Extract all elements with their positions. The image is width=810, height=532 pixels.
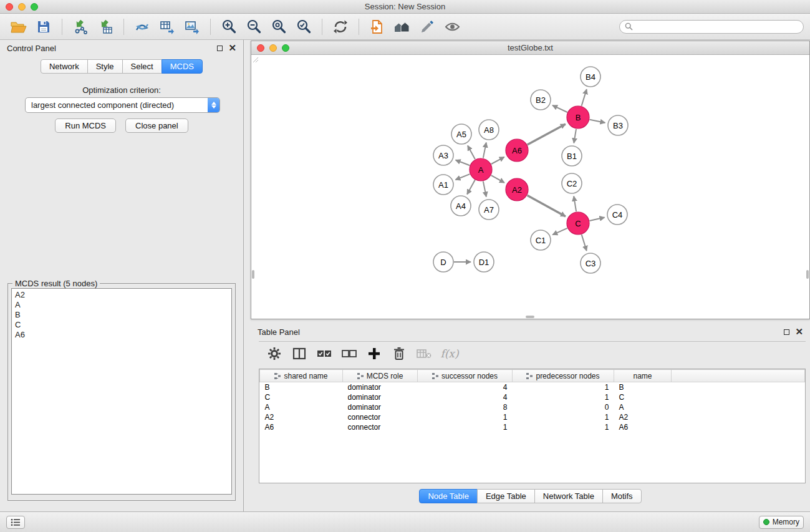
column-header-predecessor-nodes[interactable]: predecessor nodes	[513, 370, 614, 382]
refresh-button[interactable]	[328, 17, 353, 37]
run-mcds-button[interactable]: Run MCDS	[55, 118, 116, 133]
graph-node-C4[interactable]: C4	[607, 205, 627, 225]
mcds-result-item[interactable]: A6	[15, 330, 228, 340]
column-header-shared-name[interactable]: shared name	[260, 370, 343, 382]
graph-node-A8[interactable]: A8	[479, 120, 499, 140]
tab-edge-table[interactable]: Edge Table	[477, 489, 535, 503]
graph-edge-A-A1[interactable]	[456, 174, 470, 180]
table-cell[interactable]: connector	[343, 422, 418, 432]
graph-edge-B-B4[interactable]	[582, 89, 587, 106]
graph-node-C2[interactable]: C2	[562, 173, 582, 193]
save-session-button[interactable]	[31, 17, 56, 37]
table-cell[interactable]: 0	[513, 402, 614, 412]
graph-node-A3[interactable]: A3	[433, 145, 453, 165]
graph-edge-C-C2[interactable]	[574, 196, 576, 212]
table-cell[interactable]: C	[260, 392, 343, 402]
vertical-scrollbar[interactable]	[806, 270, 809, 279]
graph-node-A4[interactable]: A4	[451, 196, 471, 216]
column-header-successor-nodes[interactable]: successor nodes	[418, 370, 513, 382]
zoom-out-button[interactable]	[241, 17, 266, 37]
new-network-button[interactable]	[130, 17, 155, 37]
mcds-result-list[interactable]: A2ABCA6	[11, 288, 232, 495]
table-cell[interactable]: 1	[418, 422, 513, 432]
graph-edge-A-A6[interactable]	[491, 157, 504, 164]
network-graph[interactable]: B4B2BB3A5A8A6A3B1AC2A1A2A4A7C4CC1DD1C3	[251, 56, 809, 319]
graph-edge-C-C1[interactable]	[552, 228, 567, 235]
tab-mcds[interactable]: MCDS	[162, 59, 203, 74]
graph-node-D1[interactable]: D1	[474, 252, 494, 272]
close-panel-button[interactable]: Close panel	[125, 118, 188, 133]
import-table-button[interactable]	[93, 17, 118, 37]
zoom-fit-button[interactable]	[266, 17, 291, 37]
mcds-result-item[interactable]: A2	[15, 290, 228, 300]
search-input[interactable]	[636, 22, 798, 31]
graph-node-A5[interactable]: A5	[451, 124, 471, 144]
import-network-button[interactable]	[68, 17, 93, 37]
table-cell[interactable]: 4	[418, 382, 513, 392]
graph-edge-A6-B[interactable]	[528, 124, 566, 145]
delete-column-button[interactable]	[388, 344, 410, 363]
table-cell[interactable]: 1	[418, 412, 513, 422]
network-canvas[interactable]: B4B2BB3A5A8A6A3B1AC2A1A2A4A7C4CC1DD1C3	[251, 56, 809, 319]
table-cell[interactable]: connector	[343, 412, 418, 422]
mcds-result-item[interactable]: A	[15, 300, 228, 310]
graph-edge-B-B2[interactable]	[552, 105, 567, 112]
graph-node-C3[interactable]: C3	[581, 253, 600, 273]
table-cell[interactable]: A	[260, 402, 343, 412]
table-cell[interactable]: 4	[418, 392, 513, 402]
graph-edge-A-A5[interactable]	[468, 145, 475, 159]
close-panel-icon[interactable]: ✕	[795, 329, 803, 335]
float-panel-icon[interactable]	[217, 46, 223, 51]
export-image-button[interactable]	[180, 17, 205, 37]
graph-node-B[interactable]: B	[567, 106, 589, 128]
memory-button[interactable]: Memory	[759, 516, 804, 529]
tab-motifs[interactable]: Motifs	[602, 489, 642, 503]
tab-node-table[interactable]: Node Table	[419, 489, 478, 503]
new-table-button[interactable]	[155, 17, 180, 37]
table-cell[interactable]: A6	[614, 422, 672, 432]
table-cell[interactable]: dominator	[343, 402, 418, 412]
graph-edge-A-A8[interactable]	[483, 143, 486, 158]
dropdown-stepper[interactable]	[208, 98, 219, 112]
horizontal-scrollbar[interactable]	[526, 316, 534, 318]
table-cell[interactable]: 1	[513, 392, 614, 402]
graph-edge-B-B3[interactable]	[590, 120, 605, 123]
table-row[interactable]: Adominator80A	[260, 402, 805, 412]
graph-node-B2[interactable]: B2	[531, 90, 551, 110]
table-row[interactable]: Bdominator41B	[260, 382, 805, 392]
optimization-criterion-dropdown[interactable]: largest connected component (directed)	[25, 97, 220, 113]
table-row[interactable]: A6connector11A6	[260, 422, 805, 432]
table-cell[interactable]: 1	[513, 382, 614, 392]
graph-edge-C-C3[interactable]	[582, 235, 587, 251]
graph-node-A[interactable]: A	[470, 158, 492, 181]
graph-edge-A2-C[interactable]	[528, 195, 566, 216]
tab-select[interactable]: Select	[122, 59, 162, 74]
show-panels-button[interactable]	[6, 516, 25, 529]
table-cell[interactable]: A2	[260, 412, 343, 422]
table-cell[interactable]: B	[260, 382, 343, 392]
float-panel-icon[interactable]	[784, 329, 789, 335]
graph-edge-A-A3[interactable]	[456, 160, 470, 166]
column-header-name[interactable]: name	[614, 370, 672, 382]
zoom-in-button[interactable]	[216, 17, 241, 37]
graph-node-A2[interactable]: A2	[506, 178, 528, 201]
select-all-button[interactable]	[314, 344, 335, 363]
table-cell[interactable]: B	[614, 382, 672, 392]
tab-network-table[interactable]: Network Table	[534, 489, 603, 503]
table-row[interactable]: A2connector11A2	[260, 412, 805, 422]
graph-node-A7[interactable]: A7	[479, 200, 499, 220]
graph-node-B1[interactable]: B1	[562, 146, 582, 166]
vertical-scrollbar[interactable]	[252, 270, 254, 279]
graph-node-B4[interactable]: B4	[581, 67, 600, 87]
table-cell[interactable]: A6	[260, 422, 343, 432]
table-cell[interactable]: 1	[513, 422, 614, 432]
open-session-button[interactable]	[6, 17, 31, 37]
graph-node-C1[interactable]: C1	[531, 230, 551, 250]
table-cell[interactable]: A	[614, 402, 672, 412]
open-document-button[interactable]	[365, 17, 390, 37]
zoom-selected-button[interactable]	[291, 17, 316, 37]
graph-node-A6[interactable]: A6	[506, 139, 528, 162]
graph-edge-A-A2[interactable]	[491, 175, 504, 183]
graph-edge-B-B1[interactable]	[574, 129, 576, 143]
style-brush-button[interactable]	[415, 17, 440, 37]
